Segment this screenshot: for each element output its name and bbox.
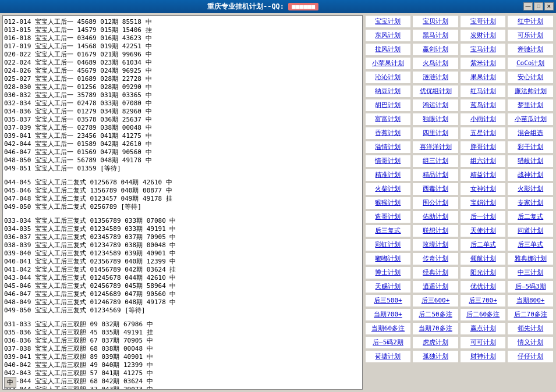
plan-button[interactable]: 红马计划 bbox=[460, 85, 507, 98]
plan-button[interactable]: 宝宝计划 bbox=[365, 15, 412, 28]
plan-button[interactable]: 可乐计划 bbox=[507, 29, 554, 42]
plan-button[interactable]: 宝马计划 bbox=[460, 43, 507, 56]
minimize-button[interactable]: — bbox=[523, 2, 533, 10]
plan-button[interactable]: 后二复式 bbox=[507, 211, 554, 223]
plan-button[interactable]: 红中计划 bbox=[507, 15, 554, 28]
plan-button[interactable]: 紫米计划 bbox=[460, 57, 507, 70]
plan-button[interactable]: 战神计划 bbox=[507, 169, 554, 181]
plan-button[interactable]: 后二50多注 bbox=[412, 308, 459, 321]
plan-button[interactable]: 情义计划 bbox=[507, 336, 554, 349]
plan-button[interactable]: 彩干计划 bbox=[507, 141, 554, 154]
plan-button[interactable]: 嘟嘟计划 bbox=[365, 252, 412, 265]
plan-button[interactable]: 传奇计划 bbox=[412, 252, 459, 265]
plan-button[interactable]: 火影计划 bbox=[507, 183, 554, 195]
plan-button[interactable]: 宝贝计划 bbox=[412, 15, 459, 28]
plan-button[interactable]: 玫境计划 bbox=[412, 238, 459, 251]
plan-button[interactable]: 逍遥计划 bbox=[412, 280, 459, 293]
plan-button[interactable]: 小苗瓜计划 bbox=[507, 113, 554, 126]
maximize-button[interactable]: □ bbox=[534, 2, 543, 10]
plan-button[interactable]: 雅典娜计划 bbox=[507, 252, 554, 265]
plan-button[interactable]: 造哥计划 bbox=[365, 211, 412, 223]
plan-button[interactable]: 仔仔计划 bbox=[507, 350, 554, 363]
plan-button[interactable]: 精品计划 bbox=[412, 169, 459, 181]
plan-button[interactable]: 联想计划 bbox=[412, 224, 459, 237]
plan-button[interactable]: 后三600+ bbox=[412, 294, 459, 307]
plan-button[interactable]: 胡巴计划 bbox=[365, 99, 412, 112]
data-scroll-area[interactable]: 012-014 宝宝人工后一 45689 012期 85518 中013-015… bbox=[3, 16, 362, 389]
plan-button[interactable]: 专家计划 bbox=[507, 197, 554, 209]
plan-button[interactable]: 火鸟计划 bbox=[412, 57, 459, 70]
plan-button[interactable]: 阳光计划 bbox=[460, 266, 507, 279]
plan-button[interactable]: 小雨计划 bbox=[460, 113, 507, 126]
plan-button[interactable]: 拉风计划 bbox=[365, 43, 412, 56]
plan-button[interactable]: 经典计划 bbox=[412, 266, 459, 279]
plan-button[interactable]: 西毒计划 bbox=[412, 183, 459, 195]
plan-button[interactable]: 胖哥计划 bbox=[460, 141, 507, 154]
plan-button[interactable]: 奔驰计划 bbox=[507, 43, 554, 56]
plan-button[interactable]: 混合组选 bbox=[507, 127, 554, 140]
plan-button[interactable]: 东风计划 bbox=[365, 29, 412, 42]
plan-button[interactable]: 当期70多注 bbox=[412, 322, 459, 335]
plan-button[interactable]: 孤独计划 bbox=[412, 350, 459, 363]
plan-button[interactable]: 女神计划 bbox=[460, 183, 507, 195]
plan-button[interactable]: 四里计划 bbox=[412, 127, 459, 140]
plan-button[interactable]: 廉法帅计划 bbox=[507, 85, 554, 98]
plan-button[interactable]: 围公计划 bbox=[412, 197, 459, 209]
plan-button[interactable]: 可可计划 bbox=[460, 336, 507, 349]
plan-button[interactable]: 后三复式 bbox=[365, 224, 412, 237]
plan-button[interactable]: 荷塘计划 bbox=[365, 350, 412, 363]
plan-button[interactable]: 鸿运计划 bbox=[412, 99, 459, 112]
plan-button[interactable]: 当期60多注 bbox=[365, 322, 412, 335]
plan-button[interactable]: 赢剑计划 bbox=[412, 43, 459, 56]
plan-button[interactable]: 问道计划 bbox=[507, 224, 554, 237]
plan-button[interactable]: 后三500+ bbox=[365, 294, 412, 307]
plan-button[interactable]: 火柴计划 bbox=[365, 183, 412, 195]
plan-button[interactable]: 后二60多注 bbox=[460, 308, 507, 321]
plan-button[interactable]: 情哥计划 bbox=[365, 155, 412, 168]
plan-button[interactable]: 蓝鸟计划 bbox=[460, 99, 507, 112]
close-button[interactable]: ✕ bbox=[544, 2, 554, 10]
plan-button[interactable]: 组六计划 bbox=[460, 155, 507, 168]
plan-button[interactable]: 天赐计划 bbox=[365, 280, 412, 293]
plan-button[interactable]: 五星计划 bbox=[460, 127, 507, 140]
plan-button[interactable]: 喜洋洋计划 bbox=[412, 141, 459, 154]
plan-button[interactable]: 后三700+ bbox=[460, 294, 507, 307]
plan-button[interactable]: 猴猴计划 bbox=[365, 197, 412, 209]
plan-button[interactable]: 财神计划 bbox=[460, 350, 507, 363]
plan-button[interactable]: 后—5码3期 bbox=[507, 280, 554, 293]
plan-button[interactable]: 宝娟计划 bbox=[460, 197, 507, 209]
plan-button[interactable]: 后—5码2期 bbox=[365, 336, 412, 349]
plan-button[interactable]: 优优组计划 bbox=[412, 85, 459, 98]
plan-button[interactable]: 后三单式 bbox=[507, 238, 554, 251]
plan-button[interactable]: 猎岐计划 bbox=[507, 155, 554, 168]
plan-button[interactable]: 涟涟计划 bbox=[412, 71, 459, 84]
plan-button[interactable]: 梦里计划 bbox=[507, 99, 554, 112]
plan-button[interactable]: 富富计划 bbox=[365, 113, 412, 126]
plan-button[interactable]: 精准计划 bbox=[365, 169, 412, 181]
plan-button[interactable]: 当期700+ bbox=[365, 308, 412, 321]
plan-button[interactable]: 彩虹计划 bbox=[365, 238, 412, 251]
plan-button[interactable]: 小苹果计划 bbox=[365, 57, 412, 70]
plan-button[interactable]: 虎虎计划 bbox=[412, 336, 459, 349]
plan-button[interactable]: 佑助计划 bbox=[412, 211, 459, 223]
plan-button[interactable]: 后二单式 bbox=[460, 238, 507, 251]
plan-button[interactable]: 纳豆计划 bbox=[365, 85, 412, 98]
plan-button[interactable]: 精益计划 bbox=[460, 169, 507, 181]
plan-button[interactable]: 优优计划 bbox=[460, 280, 507, 293]
plan-button[interactable]: 后二70多注 bbox=[507, 308, 554, 321]
plan-button[interactable]: 安心计划 bbox=[507, 71, 554, 84]
plan-button[interactable]: 领航计划 bbox=[460, 252, 507, 265]
plan-button[interactable]: 中三计划 bbox=[507, 266, 554, 279]
plan-button[interactable]: 组三计划 bbox=[412, 155, 459, 168]
plan-button[interactable]: 香蕉计划 bbox=[365, 127, 412, 140]
plan-button[interactable]: 宝哥计划 bbox=[460, 15, 507, 28]
plan-button[interactable]: 溢情计划 bbox=[365, 141, 412, 154]
plan-button[interactable]: 沁沁计划 bbox=[365, 71, 412, 84]
plan-button[interactable]: 果果计划 bbox=[460, 71, 507, 84]
plan-button[interactable]: CoCo计划 bbox=[507, 57, 554, 70]
plan-button[interactable]: 后一计划 bbox=[460, 211, 507, 223]
plan-button[interactable]: 博士计划 bbox=[365, 266, 412, 279]
plan-button[interactable]: 黑马计划 bbox=[412, 29, 459, 42]
plan-button[interactable]: 当期800+ bbox=[507, 294, 554, 307]
plan-button[interactable]: 赢点计划 bbox=[460, 322, 507, 335]
